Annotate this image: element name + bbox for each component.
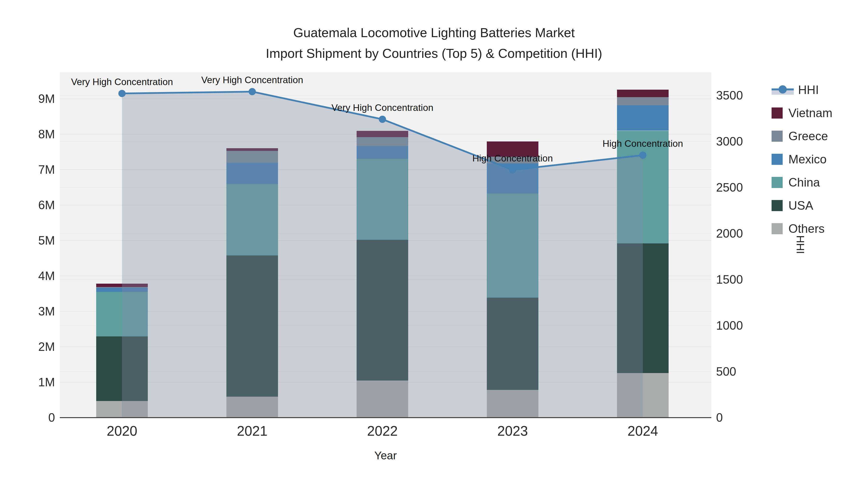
x-tick-2023: 2023 xyxy=(497,423,528,439)
y-tick-right-3500: 3500 xyxy=(716,89,743,102)
y-tick-left-5M: 5M xyxy=(9,233,55,248)
legend: HHIVietnamGreeceMexicoChinaUSAOthers xyxy=(772,78,833,240)
x-axis-title: Year xyxy=(374,449,397,462)
y-tick-right-3000: 3000 xyxy=(716,134,743,149)
legend-item-china[interactable]: China xyxy=(772,171,833,194)
x-axis-line xyxy=(60,417,711,418)
y-tick-right-500: 500 xyxy=(716,365,736,379)
hhi-marker-2021 xyxy=(249,88,256,95)
legend-item-mexico[interactable]: Mexico xyxy=(772,148,833,171)
annotation-2023: High Concentration xyxy=(472,153,553,164)
y-tick-left-8M: 8M xyxy=(9,127,55,141)
legend-swatch-greece xyxy=(772,131,783,142)
legend-swatch-others xyxy=(772,223,783,234)
legend-swatch-mexico xyxy=(772,154,783,165)
legend-label-mexico: Mexico xyxy=(788,152,827,166)
legend-label-china: China xyxy=(788,175,820,189)
y-tick-right-1500: 1500 xyxy=(716,272,743,287)
legend-label-greece: Greece xyxy=(788,129,828,143)
legend-item-vietnam[interactable]: Vietnam xyxy=(772,101,833,125)
y-tick-left-9M: 9M xyxy=(9,92,55,106)
legend-item-others[interactable]: Others xyxy=(772,217,833,240)
chart-title: Guatemala Locomotive Lighting Batteries … xyxy=(0,22,868,64)
legend-item-usa[interactable]: USA xyxy=(772,194,833,217)
y-tick-left-4M: 4M xyxy=(9,269,55,283)
annotation-2020: Very High Concentration xyxy=(71,77,173,87)
legend-item-hhi[interactable]: HHI xyxy=(772,78,833,101)
hhi-marker-2020 xyxy=(118,90,126,97)
y-tick-left-6M: 6M xyxy=(9,198,55,212)
chart-figure: Guatemala Locomotive Lighting Batteries … xyxy=(0,0,868,488)
y-tick-left-1M: 1M xyxy=(9,375,55,389)
x-tick-2021: 2021 xyxy=(237,423,268,439)
y-tick-right-2000: 2000 xyxy=(716,227,743,240)
x-tick-2024: 2024 xyxy=(628,423,658,439)
y-tick-right-0: 0 xyxy=(716,411,723,425)
legend-label-others: Others xyxy=(788,222,825,236)
y-tick-left-7M: 7M xyxy=(9,163,55,177)
legend-swatch-vietnam xyxy=(772,107,783,119)
plot-area: Very High ConcentrationVery High Concent… xyxy=(60,72,711,418)
annotation-2024: High Concentration xyxy=(602,138,683,149)
y-tick-left-0: 0 xyxy=(9,411,55,425)
annotation-2021: Very High Concentration xyxy=(201,75,303,85)
hhi-marker-2022 xyxy=(379,116,386,123)
hhi-marker-icon xyxy=(779,85,787,94)
x-tick-2022: 2022 xyxy=(367,423,398,439)
x-tick-2020: 2020 xyxy=(107,423,137,439)
legend-label-hhi: HHI xyxy=(798,83,819,97)
legend-item-greece[interactable]: Greece xyxy=(772,125,833,148)
chart-title-line2: Import Shipment by Countries (Top 5) & C… xyxy=(0,43,868,64)
y-tick-right-1000: 1000 xyxy=(716,319,743,332)
y-tick-right-2500: 2500 xyxy=(716,181,743,194)
chart-title-line1: Guatemala Locomotive Lighting Batteries … xyxy=(0,22,868,43)
annotation-2022: Very High Concentration xyxy=(332,102,434,113)
hhi-line-layer xyxy=(60,72,711,418)
legend-swatch-usa xyxy=(772,200,783,211)
hhi-marker-2023 xyxy=(509,166,516,173)
hhi-line-legend-icon xyxy=(772,84,794,95)
y-tick-left-3M: 3M xyxy=(9,304,55,318)
legend-swatch-china xyxy=(772,177,783,188)
hhi-area-fill xyxy=(122,92,643,418)
legend-label-vietnam: Vietnam xyxy=(788,106,833,120)
y-tick-left-2M: 2M xyxy=(9,340,55,354)
legend-label-usa: USA xyxy=(788,199,813,213)
hhi-marker-2024 xyxy=(639,152,646,159)
